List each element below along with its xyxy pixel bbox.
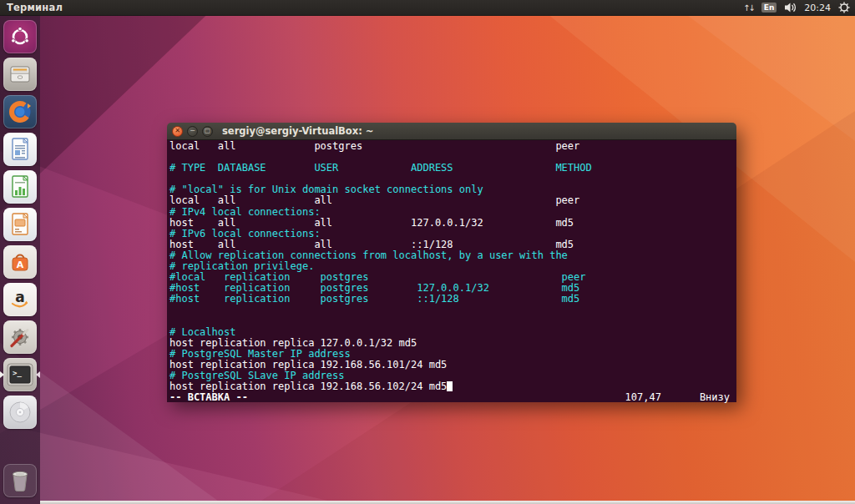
trash-icon [3, 464, 37, 497]
launcher-item-terminal[interactable]: >_ [0, 355, 40, 393]
terminal-line: host all all 127.0.0.1/32 md5 [169, 218, 736, 229]
active-app-title: Терминал [7, 2, 63, 13]
launcher-item-system-settings[interactable] [0, 318, 40, 355]
desktop: Терминал ↑↓ En 20:24 [0, 0, 855, 504]
minimize-button[interactable]: − [187, 126, 198, 137]
terminal-line [169, 316, 736, 327]
launcher-item-libreoffice-writer[interactable] [0, 130, 40, 168]
keyboard-layout-indicator[interactable]: En [761, 3, 777, 13]
terminal-window: ✕ − ▢ sergiy@sergiy-VirtualBox: ~ local … [167, 123, 736, 401]
close-button[interactable]: ✕ [172, 126, 183, 137]
software-center-bag-icon: A [3, 245, 37, 279]
file-cabinet-icon [3, 58, 37, 91]
launcher-item-software-center[interactable]: A [0, 243, 40, 280]
vim-mode-indicator: -- ВСТАВКА -- [169, 392, 248, 403]
vim-ruler: 107,47 [625, 392, 661, 403]
launcher-spacer [0, 431, 40, 461]
terminal-line: host replication replica 127.0.0.1/32 md… [169, 338, 736, 349]
clock[interactable]: 20:24 [804, 3, 831, 13]
terminal-line: local all postgres peer [169, 141, 736, 152]
launcher-item-libreoffice-impress[interactable] [0, 205, 40, 243]
firefox-icon [3, 95, 37, 129]
software-center-letter: A [17, 259, 24, 270]
session-gear-icon[interactable] [838, 2, 850, 13]
terminal-line: # IPv6 local connections: [169, 229, 736, 239]
amazon-icon: a [3, 283, 37, 316]
ubuntu-logo-icon [3, 20, 37, 53]
terminal-line: host replication replica 192.168.56.101/… [169, 360, 736, 370]
terminal-line: # Localhost [169, 327, 736, 338]
impress-presentation-icon [3, 208, 37, 241]
launcher-running-arrow-icon [0, 371, 4, 378]
terminal-line: #host replication postgres ::1/128 md5 [169, 294, 736, 305]
launcher-item-libreoffice-calc[interactable] [0, 168, 40, 205]
launcher-item-files[interactable] [0, 55, 40, 93]
window-title: sergiy@sergiy-VirtualBox: ~ [222, 125, 373, 137]
terminal-content[interactable]: local all postgres peer# TYPE DATABASE U… [167, 140, 736, 402]
bottom-window-edge [40, 501, 855, 504]
vim-statusline: -- ВСТАВКА -- 107,47 Внизу [169, 392, 736, 403]
terminal-line [169, 305, 736, 315]
cd-disc-icon [3, 396, 37, 429]
terminal-line: # PostgreSQL Master IP address [169, 349, 736, 360]
launcher-item-trash[interactable] [0, 461, 40, 499]
terminal-icon: >_ [3, 358, 37, 391]
launcher-item-disks[interactable] [0, 393, 40, 431]
vim-position-indicator: Внизу [700, 392, 730, 403]
terminal-line: local all all peer [169, 195, 736, 206]
unity-launcher: A a [0, 15, 40, 504]
amazon-letter: a [15, 289, 24, 305]
launcher-item-dash-home[interactable] [0, 18, 40, 55]
network-arrows-icon[interactable]: ↑↓ [743, 3, 754, 13]
terminal-line: host all all ::1/128 md5 [169, 239, 736, 250]
text-cursor [447, 381, 453, 391]
writer-document-icon [3, 133, 37, 166]
system-tray: ↑↓ En 20:24 [743, 2, 850, 13]
terminal-lines: local all postgres peer# TYPE DATABASE U… [169, 141, 736, 392]
calc-spreadsheet-icon [3, 170, 37, 204]
maximize-button[interactable]: ▢ [202, 126, 213, 137]
terminal-line: # TYPE DATABASE USER ADDRESS METHOD [169, 163, 736, 174]
terminal-line: # IPv4 local connections: [169, 207, 736, 218]
terminal-prompt-glyph: >_ [13, 369, 22, 377]
volume-icon[interactable] [784, 2, 797, 13]
top-panel: Терминал ↑↓ En 20:24 [0, 0, 855, 16]
launcher-item-amazon[interactable]: a [0, 280, 40, 318]
launcher-focused-arrow-icon [36, 371, 40, 378]
terminal-titlebar[interactable]: ✕ − ▢ sergiy@sergiy-VirtualBox: ~ [167, 123, 736, 140]
launcher-item-firefox[interactable] [0, 93, 40, 130]
settings-gear-icon [3, 320, 37, 354]
